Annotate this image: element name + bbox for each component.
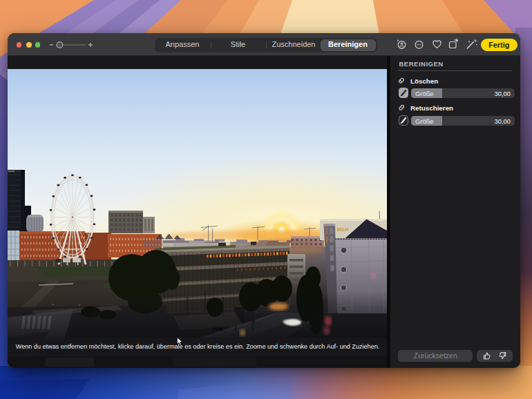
svg-text:Wenn du etwas entfernen möchte: Wenn du etwas entfernen möchtest, klicke…	[15, 343, 379, 350]
svg-text:MGH: MGH	[336, 227, 348, 232]
